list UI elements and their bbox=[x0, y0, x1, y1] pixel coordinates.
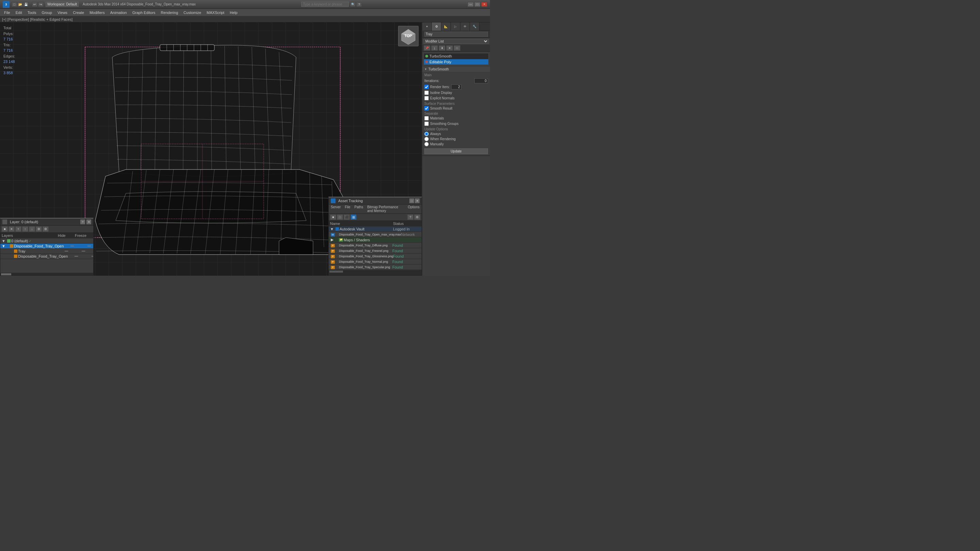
layer-freeze-1[interactable]: ━━ bbox=[81, 244, 93, 248]
menu-animation[interactable]: Animation bbox=[108, 10, 130, 15]
asset-expand-btn[interactable]: □ bbox=[409, 198, 414, 203]
layer-hscroll[interactable] bbox=[0, 272, 93, 276]
menu-file[interactable]: File bbox=[2, 10, 13, 15]
asset-hscroll-thumb[interactable] bbox=[329, 271, 343, 272]
layer-freeze-3[interactable]: ━━ bbox=[85, 255, 93, 258]
layer-tool-2[interactable]: ✕ bbox=[8, 226, 14, 232]
layer-row-tray[interactable]: Tray ━━ ━━ bbox=[0, 249, 93, 254]
workspace-selector[interactable]: Workspace: Default bbox=[46, 2, 79, 7]
asset-maxfile-row[interactable]: M Disposable_Food_Tray_Open_max_vray.max… bbox=[329, 232, 422, 237]
menu-maxscript[interactable]: MAXScript bbox=[204, 10, 227, 15]
menu-help[interactable]: Help bbox=[227, 10, 240, 15]
when-rendering-radio[interactable] bbox=[424, 137, 429, 141]
always-radio[interactable] bbox=[424, 132, 429, 136]
open-btn[interactable]: 📂 bbox=[18, 2, 23, 7]
modifier-editablepoly[interactable]: Editable Poly bbox=[424, 59, 488, 65]
asset-tool-1[interactable]: ■ bbox=[330, 214, 336, 220]
menu-modifiers[interactable]: Modifiers bbox=[87, 10, 108, 15]
update-btn[interactable]: Update bbox=[424, 148, 488, 154]
layer-close-btn[interactable]: ✕ bbox=[86, 220, 91, 224]
modifier-list-dropdown[interactable]: Modifier List bbox=[424, 39, 488, 44]
bottom-area: Layer: 0 (default) ? ✕ ■ ✕ + ↑ ↓ ⚙ ⚙ Lay… bbox=[0, 218, 94, 276]
asset-hscroll[interactable] bbox=[329, 270, 422, 272]
asset-maps-row[interactable]: ▶ 📁 Maps / Shaders bbox=[329, 237, 422, 243]
maximize-btn[interactable]: □ bbox=[474, 2, 480, 7]
layer-hide-2[interactable]: ━━ bbox=[58, 250, 75, 253]
isoline-checkbox[interactable] bbox=[424, 91, 429, 95]
render-iters-checkbox[interactable] bbox=[424, 85, 429, 89]
asset-normal-row[interactable]: P Disposable_Food_Tray_Normal.png Found bbox=[329, 259, 422, 264]
asset-menu-server[interactable]: Server bbox=[329, 205, 343, 213]
asset-tool-4[interactable]: ▦ bbox=[350, 214, 356, 220]
layer-tool-4[interactable]: ↑ bbox=[22, 226, 28, 232]
explicit-normals-checkbox[interactable] bbox=[424, 96, 429, 100]
layer-tool-5[interactable]: ↓ bbox=[29, 226, 35, 232]
menu-create[interactable]: Create bbox=[70, 10, 87, 15]
help-icon[interactable]: ? bbox=[356, 2, 362, 7]
asset-menu-file[interactable]: File bbox=[343, 205, 352, 213]
minimize-btn[interactable]: — bbox=[468, 2, 474, 7]
asset-tool-2[interactable]: □ bbox=[337, 214, 343, 220]
motion-tab[interactable]: ▷ bbox=[451, 22, 460, 30]
redo-btn[interactable]: ↪ bbox=[38, 2, 43, 7]
mod-btn-3[interactable]: ⬇ bbox=[439, 45, 445, 51]
smooth-result-checkbox[interactable] bbox=[424, 106, 429, 111]
search-input[interactable] bbox=[301, 2, 349, 7]
create-tab[interactable]: ✦ bbox=[422, 22, 432, 30]
asset-menu-bitmap[interactable]: Bitmap Performance and Memory bbox=[365, 205, 406, 213]
layer-tool-1[interactable]: ■ bbox=[2, 226, 8, 232]
manually-radio[interactable] bbox=[424, 142, 429, 147]
hierarchy-tab[interactable]: 📐 bbox=[441, 22, 451, 30]
materials-checkbox[interactable] bbox=[424, 116, 429, 121]
pin-btn[interactable]: 📌 bbox=[424, 45, 430, 51]
layer-hide-3[interactable]: ━━ bbox=[68, 255, 85, 258]
asset-specular-row[interactable]: P Disposable_Food_Tray_Specular.png Foun… bbox=[329, 264, 422, 270]
layer-tool-3[interactable]: + bbox=[15, 226, 21, 232]
asset-tool-3[interactable]: ⬛ bbox=[344, 214, 350, 220]
smoothing-groups-checkbox[interactable] bbox=[424, 121, 429, 126]
turbosmooth-header[interactable]: TurboSmooth bbox=[422, 67, 490, 72]
asset-settings-btn[interactable]: ⚙ bbox=[414, 214, 420, 220]
menu-customize[interactable]: Customize bbox=[181, 10, 204, 15]
layer-freeze-2[interactable]: ━━ bbox=[75, 250, 92, 253]
orientation-cube[interactable]: TOP bbox=[398, 26, 418, 46]
layer-row-tray2[interactable]: Disposable_Food_Tray_Open ━━ ━━ bbox=[0, 254, 93, 259]
close-btn[interactable]: ✕ bbox=[481, 2, 487, 7]
layer-row-open[interactable]: ▼ Disposable_Food_Tray_Open ━━ ━━ bbox=[0, 244, 93, 249]
svg-text:TOP: TOP bbox=[404, 34, 412, 38]
layer-scroll-area[interactable]: ▼ 0 (default) ✓ ▼ Disposable_Food_Tray_O… bbox=[0, 239, 93, 272]
layer-row-default[interactable]: ▼ 0 (default) ✓ bbox=[0, 239, 93, 244]
layer-tool-7[interactable]: ⚙ bbox=[43, 226, 49, 232]
asset-fresnel-row[interactable]: P Disposable_Food_Tray_Fresnel.png Found bbox=[329, 248, 422, 253]
menu-graph-editors[interactable]: Graph Editors bbox=[130, 10, 158, 15]
mod-btn-2[interactable]: | bbox=[431, 45, 438, 51]
display-tab[interactable]: 👁 bbox=[460, 22, 470, 30]
render-iters-input[interactable] bbox=[451, 84, 461, 89]
asset-glossiness-row[interactable]: P Disposable_Food_Tray_Glossiness.png Fo… bbox=[329, 253, 422, 259]
asset-menu-options[interactable]: Options bbox=[406, 205, 422, 213]
iterations-input[interactable] bbox=[474, 78, 488, 83]
asset-help-btn[interactable]: ? bbox=[407, 214, 414, 220]
object-name-input[interactable] bbox=[424, 32, 488, 37]
search-icon[interactable]: 🔍 bbox=[350, 2, 356, 7]
asset-vault-row[interactable]: ▼ Autodesk Vault Logged In bbox=[329, 227, 422, 232]
new-btn[interactable]: □ bbox=[11, 2, 17, 7]
modifier-turbosmooth[interactable]: TurboSmooth bbox=[424, 53, 488, 59]
menu-views[interactable]: Views bbox=[55, 10, 70, 15]
menu-rendering[interactable]: Rendering bbox=[158, 10, 181, 15]
layer-hide-1[interactable]: ━━ bbox=[64, 244, 81, 248]
asset-close-btn[interactable]: ✕ bbox=[415, 198, 420, 203]
mod-btn-5[interactable]: □ bbox=[453, 45, 460, 51]
layer-tool-6[interactable]: ⚙ bbox=[36, 226, 42, 232]
menu-tools[interactable]: Tools bbox=[25, 10, 39, 15]
asset-diffuse-row[interactable]: P Disposable_Food_Tray_Diffuse.png Found bbox=[329, 243, 422, 248]
mod-btn-4[interactable]: ✕ bbox=[446, 45, 453, 51]
utilities-tab[interactable]: 🔧 bbox=[470, 22, 479, 30]
asset-menu-paths[interactable]: Paths bbox=[353, 205, 366, 213]
menu-edit[interactable]: Edit bbox=[13, 10, 25, 15]
layer-help-btn[interactable]: ? bbox=[80, 220, 85, 224]
modify-tab[interactable]: ⚙ bbox=[432, 22, 441, 30]
undo-btn[interactable]: ↩ bbox=[32, 2, 37, 7]
menu-group[interactable]: Group bbox=[39, 10, 55, 15]
save-btn[interactable]: 💾 bbox=[23, 2, 29, 7]
